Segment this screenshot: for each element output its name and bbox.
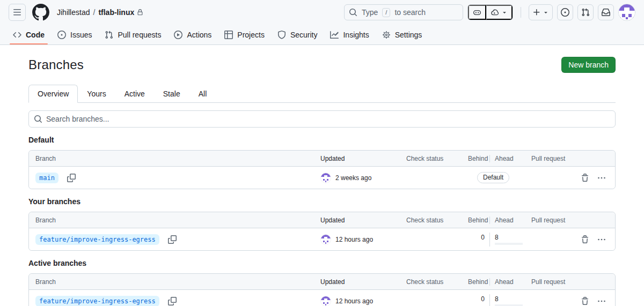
github-mark-icon xyxy=(32,4,49,21)
pull-requests-dashboard-button[interactable] xyxy=(577,4,594,20)
slash-key-hint: / xyxy=(382,8,390,17)
github-logo[interactable] xyxy=(32,4,49,21)
gear-icon xyxy=(382,31,391,39)
col-diverge: Behind Ahead xyxy=(468,278,531,286)
issues-dashboard-button[interactable] xyxy=(557,4,573,20)
col-diverge: Behind Ahead xyxy=(468,155,531,162)
col-check-status: Check status xyxy=(406,278,468,286)
col-check-status: Check status xyxy=(406,217,468,224)
tab-issues[interactable]: Issues xyxy=(53,25,96,44)
app-header: Jihillestad / tflab-linux Type / to sear… xyxy=(0,0,644,25)
behind-count: 0 xyxy=(481,234,485,242)
breadcrumb-owner-link[interactable]: Jihillestad xyxy=(57,8,90,17)
search-icon xyxy=(34,115,42,123)
branch-name-link[interactable]: feature/improve-ingress-egress xyxy=(35,296,159,306)
table-row: feature/improve-ingress-egress 12 hours … xyxy=(29,290,615,306)
shield-icon xyxy=(277,31,286,39)
copy-branch-name-button[interactable] xyxy=(168,235,177,244)
committer-avatar[interactable] xyxy=(320,173,331,183)
ahead-bar xyxy=(495,243,523,245)
col-behind: Behind xyxy=(468,155,489,162)
branch-name-link[interactable]: main xyxy=(35,173,58,183)
repo-name: tflab-linux xyxy=(98,8,134,17)
global-search-input[interactable]: Type / to search xyxy=(344,4,463,20)
section-title-active-branches: Active branches xyxy=(28,259,616,267)
updated-time: 2 weeks ago xyxy=(335,174,371,182)
tab-settings[interactable]: Settings xyxy=(378,25,427,44)
col-branch: Branch xyxy=(29,217,320,224)
copilot-button-group xyxy=(467,4,513,20)
branches-page: Branches New branch Overview Yours Activ… xyxy=(0,57,644,306)
tab-label: Settings xyxy=(395,31,422,39)
branch-search-input[interactable] xyxy=(28,110,616,128)
copy-branch-name-button[interactable] xyxy=(168,297,177,305)
filter-tab-yours[interactable]: Yours xyxy=(78,85,115,103)
trash-icon xyxy=(581,174,589,182)
tab-actions[interactable]: Actions xyxy=(170,25,216,44)
tab-insights[interactable]: Insights xyxy=(326,25,373,44)
tab-label: Insights xyxy=(343,31,369,39)
copilot-chat-icon xyxy=(491,8,499,17)
kebab-icon xyxy=(597,235,606,244)
branch-menu-button[interactable] xyxy=(597,174,606,182)
copy-icon xyxy=(168,235,177,244)
branch-menu-button[interactable] xyxy=(597,297,606,305)
hamburger-icon xyxy=(13,8,21,17)
inbox-icon xyxy=(602,8,610,17)
tab-pull-requests[interactable]: Pull requests xyxy=(100,25,165,44)
active-branches-table: Branch Updated Check status Behind Ahead… xyxy=(28,273,616,306)
committer-avatar[interactable] xyxy=(320,234,331,245)
page-title: Branches xyxy=(28,57,84,72)
delete-branch-button[interactable] xyxy=(581,235,589,244)
branch-menu-button[interactable] xyxy=(597,235,606,244)
page-head: Branches New branch xyxy=(28,57,616,73)
tab-projects[interactable]: Projects xyxy=(220,25,269,44)
code-icon xyxy=(13,31,21,39)
committer-avatar[interactable] xyxy=(320,296,331,306)
kebab-icon xyxy=(597,297,606,305)
diverge-cell: 0 8 xyxy=(468,233,531,247)
ahead-count: 8 xyxy=(495,234,499,242)
col-branch: Branch xyxy=(29,155,320,162)
filter-tab-all[interactable]: All xyxy=(189,85,216,103)
diverge-cell: 0 8 xyxy=(468,294,531,306)
copy-icon xyxy=(67,174,76,182)
graph-icon xyxy=(330,31,339,39)
tab-security[interactable]: Security xyxy=(273,25,322,44)
table-header-row: Branch Updated Check status Behind Ahead… xyxy=(29,151,615,167)
branch-name-link[interactable]: feature/improve-ingress-egress xyxy=(35,234,159,245)
play-icon xyxy=(174,31,182,39)
table-header-row: Branch Updated Check status Behind Ahead… xyxy=(29,212,615,228)
user-avatar[interactable] xyxy=(618,4,635,21)
col-updated: Updated xyxy=(320,155,406,162)
filter-tab-stale[interactable]: Stale xyxy=(154,85,189,103)
global-search-placeholder-pre: Type xyxy=(362,8,378,17)
plus-icon xyxy=(532,8,541,17)
tab-code[interactable]: Code xyxy=(9,25,49,44)
notifications-inbox-button[interactable] xyxy=(598,4,614,20)
branch-filter-tabs: Overview Yours Active Stale All xyxy=(28,85,616,103)
trash-icon xyxy=(581,235,589,244)
breadcrumb: Jihillestad / tflab-linux xyxy=(57,8,143,17)
copilot-button[interactable] xyxy=(468,5,486,20)
breadcrumb-repo-link[interactable]: tflab-linux xyxy=(98,8,143,17)
filter-tab-overview[interactable]: Overview xyxy=(28,85,78,103)
col-updated: Updated xyxy=(320,278,406,286)
col-ahead: Ahead xyxy=(489,155,514,162)
copy-branch-name-button[interactable] xyxy=(67,174,76,182)
col-pull-request: Pull request xyxy=(531,155,577,162)
behind-count: 0 xyxy=(481,295,485,303)
col-behind: Behind xyxy=(468,217,489,224)
delete-branch-button[interactable] xyxy=(581,297,589,305)
filter-tab-active[interactable]: Active xyxy=(115,85,154,103)
tab-label: Issues xyxy=(70,31,92,39)
section-title-default: Default xyxy=(28,136,616,144)
ahead-count: 8 xyxy=(495,295,499,303)
create-new-button[interactable] xyxy=(529,4,553,20)
col-ahead: Ahead xyxy=(489,217,514,224)
new-branch-button[interactable]: New branch xyxy=(561,57,616,73)
tab-label: Projects xyxy=(237,31,265,39)
hamburger-menu-button[interactable] xyxy=(9,4,26,21)
copilot-agents-button[interactable] xyxy=(486,5,513,20)
delete-branch-button[interactable] xyxy=(581,174,589,182)
